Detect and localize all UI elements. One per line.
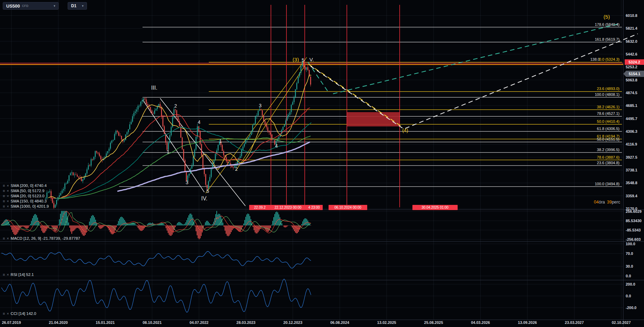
fib-level-label: 38.2 (4626.1) [597, 105, 619, 109]
time-axis-label: 06.08.2024 [330, 320, 349, 325]
legend-row-sma-1000: ≡ × SMA [1000, 0] 4201.9 [3, 204, 49, 209]
wave-label: 2 [174, 103, 177, 109]
timeframe-selector[interactable]: D1 ▾ [68, 2, 87, 10]
indicator-close-icon[interactable]: × [7, 204, 9, 209]
price-axis-label: 5253.2 [626, 65, 637, 69]
indicator-menu-icon[interactable]: ≡ [3, 204, 5, 209]
symbol-name: US500 [6, 3, 20, 9]
wave-label: (3) [293, 57, 299, 62]
indicator-close-icon[interactable]: × [7, 236, 9, 241]
caret-down-icon: ▾ [82, 4, 84, 8]
indicator-menu-icon[interactable]: ≡ [3, 311, 5, 316]
fib-level-label: 100.0 (4808.1) [595, 92, 619, 97]
countdown-minutes: 39 [607, 200, 612, 205]
time-axis-label: 25.08.2025 [424, 320, 443, 325]
indicator-close-icon[interactable]: × [7, 272, 9, 277]
indicator-menu-icon[interactable]: ≡ [3, 188, 5, 193]
indicator-legend-label: SMA [1000, 0] 4201.9 [11, 204, 49, 208]
fib-level-label: 161.8 (5619.7) [595, 37, 619, 42]
indicator-close-icon[interactable]: × [7, 194, 9, 198]
event-marker[interactable]: 22.12.2023 00:00 [271, 205, 305, 210]
current-price-badge: 5154.1 [623, 71, 644, 77]
countdown-hours: 04 [594, 200, 599, 205]
time-axis-label: 20.12.2023 [283, 320, 302, 325]
wave-label: IV. [201, 196, 207, 202]
indicator-legend-label: MACD [12, 26, 9] -21.78739, -29.87787 [11, 236, 80, 240]
wave-label: V. [310, 57, 314, 62]
wave-label: 4 [275, 143, 278, 149]
indicator-legend-label: CCI [14] 142.0 [11, 311, 36, 316]
legend-row-sma-200: ≡ × SMA [200, 0] 4740.4 [3, 183, 47, 188]
indicator-close-icon[interactable]: × [7, 311, 9, 316]
rsi-axis-label: 0.0 [626, 274, 631, 278]
time-axis-label: 21.04.2020 [49, 320, 68, 325]
time-axis-label: 15.01.2021 [96, 320, 115, 325]
indicator-legend-label: SMA [200, 0] 4740.4 [11, 184, 47, 188]
price-axis-label: 5821.4 [626, 26, 637, 31]
chart-overlay: US500 CFD ▾ D1 ▾ ≡ × SMA [200, 0] 4740.4… [0, 0, 644, 327]
wave-label: 3 [186, 180, 188, 185]
price-axis-label: 6010.8 [626, 13, 637, 18]
alert-price-badge: 5324.2 [625, 59, 644, 65]
price-axis-label: 4685.1 [626, 103, 637, 108]
fib-level-label: 50.0 (4151.5) [597, 137, 619, 142]
legend-row-macd: ≡ × MACD [12, 26, 9] -21.78739, -29.8778… [3, 236, 80, 241]
fib-level-label: 0.0 (5324.3) [599, 57, 619, 62]
price-axis-label: 3927.5 [626, 155, 637, 160]
price-axis-label: 4116.9 [626, 142, 637, 147]
trading-app: US500 CFD ▾ D1 ▾ ≡ × SMA [200, 0] 4740.4… [0, 0, 644, 327]
event-marker[interactable]: 22.09.2 [249, 205, 271, 210]
bar-countdown: 04óra39perc [594, 200, 620, 205]
rsi-axis-label: 30.0 [626, 264, 633, 269]
macd-axis-label: -256.603 [626, 237, 641, 242]
indicator-close-icon[interactable]: × [7, 183, 9, 188]
time-axis-label: 04.03.2026 [471, 320, 490, 325]
indicator-close-icon[interactable]: × [7, 199, 9, 204]
cci-axis-label: -200.0 [626, 305, 636, 310]
event-marker[interactable]: 06.10.2024 00:00 [329, 205, 367, 210]
indicator-legend-label: SMA [20, 0] 5123.0 [11, 194, 45, 198]
legend-row-cci: ≡ × CCI [14] 142.0 [3, 311, 36, 316]
legend-row-rsi: ≡ × RSI [14] 52.1 [3, 272, 34, 277]
countdown-hours-unit: óra [599, 200, 605, 205]
indicator-menu-icon[interactable]: ≡ [3, 194, 5, 198]
caret-down-icon: ▾ [53, 4, 55, 8]
rsi-axis-label: 100.0 [626, 241, 635, 246]
event-marker[interactable]: 4 23:00 [305, 205, 323, 210]
indicator-legend-label: SMA [150, 0] 4840.3 [11, 199, 47, 203]
fib-level-label: 138.0 [590, 57, 600, 62]
wave-label: 5 [302, 57, 304, 63]
symbol-selector[interactable]: US500 CFD ▾ [3, 2, 59, 10]
event-marker[interactable]: 30.04.2025 01:00 [412, 205, 458, 210]
indicator-menu-icon[interactable]: ≡ [3, 183, 5, 188]
wave-label: 5 [206, 188, 209, 194]
cci-axis-label: 0.0 [626, 294, 631, 298]
rsi-axis-label: 70.0 [626, 251, 633, 256]
wave-label: 3 [259, 103, 262, 108]
time-axis-label: 23.03.2027 [565, 320, 584, 325]
time-axis-label: 28.03.2023 [236, 320, 255, 325]
macd-axis-label: 256.6029 [626, 209, 642, 214]
price-axis-label: 5632.0 [626, 39, 637, 44]
wave-label: III. [151, 85, 157, 91]
price-axis-label: 4495.7 [626, 116, 637, 121]
countdown-minutes-unit: perc [612, 200, 620, 205]
market-type-label: CFD [22, 4, 29, 8]
price-axis-label: 4306.3 [626, 129, 637, 134]
indicator-menu-icon[interactable]: ≡ [3, 199, 5, 204]
fib-level-label: 61.8 (4306.5) [597, 127, 619, 131]
indicator-menu-icon[interactable]: ≡ [3, 272, 5, 277]
fib-level-label: 23.6 (3804.8) [597, 161, 619, 165]
indicator-menu-icon[interactable]: ≡ [3, 236, 5, 241]
wave-label: 1 [219, 138, 222, 144]
fib-level-label: 100.0 (3494.8) [595, 182, 619, 186]
fib-level-label: 78.6 (3887.6) [597, 155, 619, 160]
fib-level-label: 23.6 (4893.0) [597, 87, 619, 91]
fib-level-label: 38.2 (3996.5) [597, 148, 619, 152]
wave-label: (5) [604, 14, 610, 20]
legend-row-sma-150: ≡ × SMA [150, 0] 4840.3 [3, 199, 47, 204]
indicator-close-icon[interactable]: × [7, 188, 9, 193]
indicator-legend-label: RSI [14] 52.1 [11, 272, 34, 277]
price-axis-label: 3548.8 [626, 180, 637, 185]
fib-level-label: 78.6 (4527.1) [597, 111, 619, 116]
